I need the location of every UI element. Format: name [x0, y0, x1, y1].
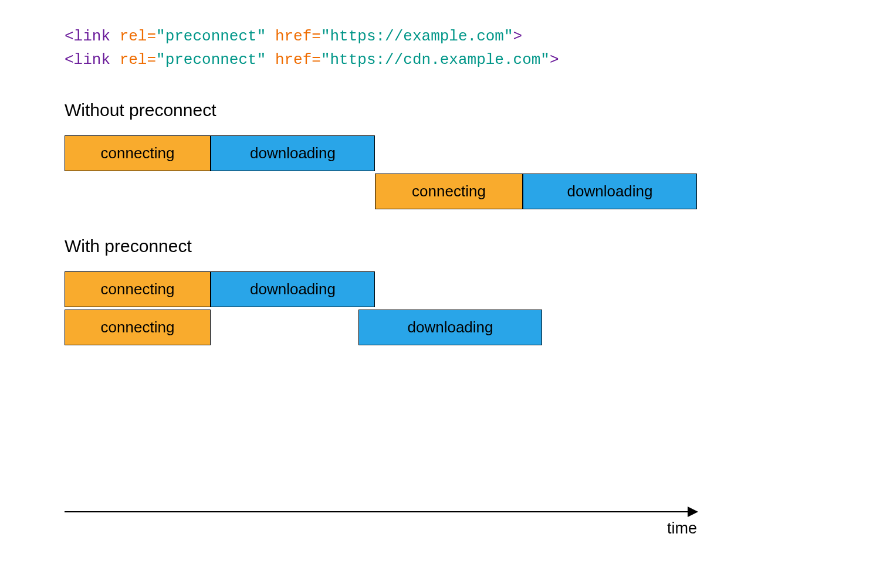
phase-connecting: connecting [375, 174, 523, 209]
code-attr: href= [275, 28, 321, 45]
phase-downloading: downloading [358, 310, 542, 345]
timeline-row: connecting downloading [65, 271, 697, 308]
code-line-1: <link rel="preconnect" href="https://exa… [65, 25, 808, 48]
timeline-row: connecting downloading [65, 135, 697, 172]
phase-downloading: downloading [211, 135, 375, 171]
code-snippet: <link rel="preconnect" href="https://exa… [65, 25, 808, 72]
axis-line [65, 511, 697, 512]
timeline-row: connecting downloading [65, 310, 697, 346]
code-val: "preconnect" [156, 28, 275, 45]
timeline-with: connecting downloading connecting downlo… [65, 271, 697, 346]
phase-downloading: downloading [211, 271, 375, 307]
phase-connecting: connecting [65, 271, 211, 307]
timeline-without: connecting downloading connecting downlo… [65, 135, 697, 210]
code-val: "preconnect" [156, 51, 275, 69]
phase-connecting: connecting [65, 135, 211, 171]
code-tag: > [513, 28, 523, 45]
code-tag: <link [65, 51, 120, 69]
code-line-2: <link rel="preconnect" href="https://cdn… [65, 48, 808, 72]
time-axis: time [65, 511, 697, 512]
phase-downloading: downloading [523, 174, 697, 209]
code-attr: rel= [120, 51, 156, 69]
code-tag: > [550, 51, 559, 69]
code-attr: href= [275, 51, 321, 69]
code-attr: rel= [120, 28, 156, 45]
arrow-right-icon [688, 507, 698, 517]
section-title-without: Without preconnect [65, 100, 808, 120]
code-tag: <link [65, 28, 120, 45]
axis-label: time [667, 519, 697, 538]
code-val: "https://cdn.example.com" [321, 51, 550, 69]
timeline-row: connecting downloading [65, 174, 697, 210]
code-val: "https://example.com" [321, 28, 513, 45]
phase-connecting: connecting [65, 310, 211, 345]
section-title-with: With preconnect [65, 236, 808, 256]
